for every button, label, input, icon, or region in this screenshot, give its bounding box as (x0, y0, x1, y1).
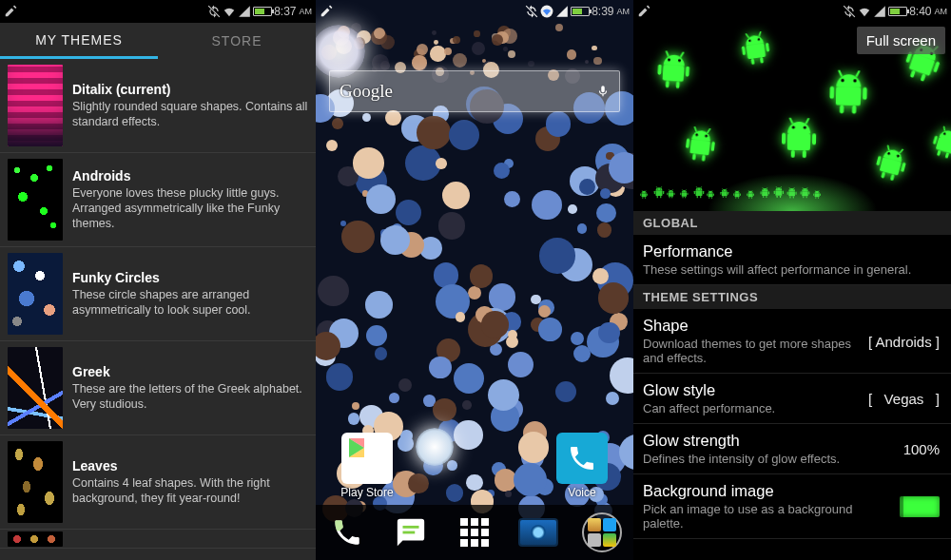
svg-point-146 (735, 192, 736, 193)
svg-rect-134 (728, 192, 728, 195)
svg-rect-152 (753, 193, 754, 196)
tab-mythemes[interactable]: MY THEMES (0, 23, 158, 59)
svg-point-110 (683, 191, 684, 192)
svg-rect-171 (777, 196, 778, 198)
svg-line-113 (686, 189, 687, 190)
svg-rect-46 (702, 155, 706, 162)
setting-glowstrength[interactable]: Glow strength Defines the intensity of g… (633, 424, 951, 474)
theme-row-ditalix[interactable]: Ditalix (current) Slightly rounded squar… (0, 59, 316, 153)
settings-list[interactable]: GLOBAL Performance These settings will a… (633, 211, 951, 560)
theme-name: Ditalix (current) (72, 82, 308, 97)
svg-rect-186 (802, 191, 807, 196)
svg-rect-181 (793, 196, 794, 198)
svg-rect-19 (760, 57, 764, 64)
toggle-switch[interactable] (900, 496, 940, 517)
no-sync-icon (525, 5, 538, 18)
svg-line-158 (752, 190, 753, 191)
theme-desc: Slightly rounded square shapes. Contains… (72, 99, 308, 130)
dock-messages[interactable] (390, 512, 432, 553)
theme-list[interactable]: Ditalix (current) Slightly rounded squar… (0, 59, 316, 560)
svg-rect-6 (663, 65, 685, 82)
dock-folder[interactable] (581, 512, 623, 553)
svg-line-167 (767, 187, 767, 189)
setting-title: Performance (643, 242, 941, 261)
fullscreen-label: Full screen (866, 32, 936, 48)
setting-glowstyle[interactable]: Glow style Can affect performance. [ Veg… (633, 374, 951, 424)
svg-rect-197 (820, 193, 821, 196)
svg-rect-180 (789, 196, 790, 198)
dock-camera[interactable] (517, 512, 559, 553)
mic-icon[interactable] (596, 85, 610, 98)
svg-line-203 (819, 190, 820, 191)
battery-icon (571, 7, 590, 16)
app-drawer-icon (460, 518, 489, 547)
tab-label: STORE (212, 33, 262, 48)
svg-line-175 (776, 186, 777, 188)
setting-title: Glow strength (643, 432, 941, 450)
tab-store[interactable]: STORE (158, 23, 316, 59)
svg-line-202 (815, 190, 816, 191)
svg-point-192 (806, 189, 807, 190)
svg-rect-63 (881, 171, 885, 178)
svg-rect-45 (692, 153, 696, 160)
svg-line-86 (646, 190, 647, 191)
svg-rect-151 (747, 193, 747, 196)
svg-rect-159 (762, 192, 767, 197)
dock-appdrawer[interactable] (454, 512, 495, 553)
setting-sub: Defines the intensity of glow effects. (643, 452, 941, 466)
svg-rect-115 (694, 191, 695, 194)
google-search-widget[interactable]: Google (329, 70, 620, 112)
svg-line-148 (735, 190, 736, 191)
svg-rect-141 (735, 193, 740, 197)
fullscreen-button[interactable]: Full screen (857, 27, 945, 54)
svg-rect-16 (742, 46, 746, 55)
setting-shape[interactable]: Shape Download themes to get more shapes… (633, 309, 951, 374)
theme-name: Androids (72, 168, 308, 183)
theme-thumb (8, 65, 63, 146)
clock-time: 8:39 (592, 5, 613, 18)
svg-rect-36 (910, 70, 916, 79)
svg-line-59 (805, 118, 808, 124)
setting-performance[interactable]: Performance These settings will affect p… (633, 235, 951, 285)
app-playstore[interactable]: Play Store (333, 433, 401, 499)
setting-bgimage[interactable]: Background image Pick an image to use as… (633, 474, 951, 539)
svg-rect-78 (642, 193, 647, 197)
svg-rect-24 (836, 87, 862, 106)
svg-point-183 (793, 189, 794, 190)
svg-rect-190 (806, 196, 807, 198)
svg-rect-133 (720, 192, 721, 195)
svg-rect-135 (723, 197, 724, 199)
svg-rect-160 (761, 192, 762, 195)
svg-rect-162 (763, 196, 764, 198)
theme-desc: These are the letters of the Greek alpha… (72, 381, 308, 413)
svg-rect-51 (787, 133, 810, 150)
theme-row-greek[interactable]: Greek These are the letters of the Greek… (0, 341, 316, 435)
svg-rect-91 (660, 196, 661, 198)
svg-rect-9 (666, 81, 670, 88)
theme-thumb (8, 159, 63, 241)
svg-rect-168 (775, 191, 782, 196)
svg-rect-100 (671, 197, 672, 199)
clock-ampm: AM (300, 7, 313, 16)
svg-rect-187 (801, 191, 802, 194)
svg-point-83 (643, 192, 644, 193)
svg-rect-179 (795, 191, 796, 194)
app-label: Voice (568, 486, 595, 499)
svg-rect-143 (740, 193, 741, 196)
svg-line-166 (763, 187, 764, 189)
app-voice[interactable]: Voice (548, 433, 616, 499)
svg-line-121 (696, 186, 697, 188)
theme-row-androids[interactable]: Androids Everyone loves these plucky lit… (0, 153, 316, 247)
theme-row-funky[interactable]: Funky Circles These circle shapes are ar… (0, 247, 316, 341)
svg-rect-3 (403, 526, 419, 529)
svg-rect-17 (766, 43, 769, 52)
svg-point-164 (763, 190, 764, 191)
dock-phone[interactable] (326, 512, 368, 553)
svg-rect-53 (812, 133, 816, 145)
theme-row-leaves[interactable]: Leaves Contains 4 leaf shapes. With the … (0, 435, 316, 530)
svg-rect-170 (783, 191, 784, 194)
svg-line-95 (661, 186, 662, 188)
svg-rect-118 (700, 196, 701, 198)
svg-line-112 (682, 189, 683, 190)
theme-row-partial[interactable] (0, 530, 316, 549)
